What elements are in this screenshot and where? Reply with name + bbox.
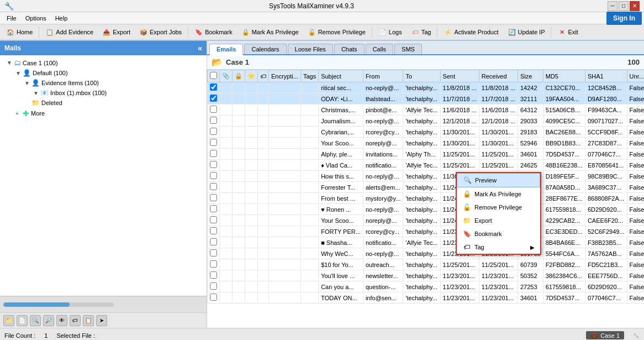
col-star[interactable]: ⭐ [245, 70, 258, 82]
row-checkbox[interactable] [210, 216, 217, 223]
add-evidence-button[interactable]: 📋 Add Evidence [41, 25, 97, 39]
col-checkbox[interactable] [208, 70, 220, 82]
row-sha1: 868808F2A... [585, 193, 627, 204]
row-checkbox[interactable] [210, 117, 217, 124]
tab-emails[interactable]: Emails [209, 44, 243, 55]
menu-options[interactable]: Options [21, 14, 51, 23]
col-unread[interactable]: Unr... [627, 70, 644, 82]
col-sent[interactable]: Sent [440, 70, 479, 82]
expand-default-icon: ▼ [15, 70, 21, 76]
tab-calls[interactable]: Calls [366, 44, 393, 54]
row-checkbox[interactable] [210, 294, 217, 301]
export-jobs-button[interactable]: 📦 Export Jobs [135, 25, 186, 39]
remove-privilege-button[interactable]: 🔓 Remove Privilege [304, 25, 369, 39]
table-row: ♦ Vlad Ca...notificatio...'Alfyie Tec...… [208, 160, 645, 171]
row-checkbox[interactable] [210, 260, 217, 268]
row-checkbox[interactable] [210, 194, 217, 201]
col-to[interactable]: To [403, 70, 440, 82]
row-checkbox[interactable] [210, 83, 217, 91]
col-sha1[interactable]: SHA1 [585, 70, 627, 82]
exit-button[interactable]: ✕ Exit [553, 25, 582, 39]
row-tags [300, 182, 318, 193]
row-from: notificatio... [363, 237, 403, 248]
row-sent: 11/30/201... [440, 127, 479, 138]
row-checkbox[interactable] [210, 227, 217, 234]
row-from: pinbot@e... [363, 104, 403, 116]
maximize-button[interactable]: □ [619, 1, 629, 11]
collapse-panel-button[interactable]: « [198, 44, 202, 53]
toolbar: 🏠 Home 📋 Add Evidence 📤 Export 📦 Export … [0, 24, 644, 41]
tag-button[interactable]: 🏷 Tag [407, 25, 435, 39]
col-size[interactable]: Size [518, 70, 543, 82]
tree-item-evidence[interactable]: ▼ 👤 Evidence Items (100) [2, 78, 204, 88]
row-checkbox[interactable] [210, 139, 217, 146]
search2-btn[interactable]: 🔎 [43, 315, 54, 326]
ctx-mark-privilege[interactable]: 🔒 Mark As Privilege [457, 187, 540, 201]
col-tag[interactable]: 🏷 [258, 70, 269, 82]
row-checkbox[interactable] [210, 271, 217, 279]
arrow-btn[interactable]: ➤ [96, 315, 107, 326]
row-checkbox[interactable] [210, 238, 217, 245]
tree-item-case1[interactable]: ▼ 🗂 Case 1 (100) [2, 57, 204, 68]
row-checkbox[interactable] [210, 161, 217, 168]
inbox-label: Inbox (1).mbox (100) [50, 90, 107, 96]
row-checkbox[interactable] [210, 106, 217, 113]
col-from[interactable]: From [363, 70, 403, 82]
select-all-checkbox[interactable] [210, 72, 217, 79]
row-attach [220, 281, 233, 292]
col-received[interactable]: Received [479, 70, 518, 82]
export-button[interactable]: 📤 Export [98, 25, 134, 39]
row-checkbox[interactable] [210, 172, 217, 179]
tree-item-deleted[interactable]: 📁 Deleted [2, 98, 204, 108]
row-lock [233, 149, 245, 160]
row-checkbox[interactable] [210, 249, 217, 257]
tab-sms[interactable]: SMS [394, 44, 422, 54]
bookmark-button[interactable]: 🔖 Bookmark [191, 25, 236, 39]
row-checkbox[interactable] [210, 95, 217, 102]
update-ip-icon: 🔄 [508, 28, 516, 36]
col-tags[interactable]: Tags [300, 70, 318, 82]
ctx-bookmark[interactable]: 🔖 Bookmark [457, 227, 540, 240]
mark-privilege-button[interactable]: 🔒 Mark As Privilege [237, 25, 303, 39]
col-encryption[interactable]: Encrypti... [269, 70, 301, 82]
row-checkbox[interactable] [210, 150, 217, 157]
row-lock [233, 116, 245, 127]
minimize-button[interactable]: ─ [608, 1, 617, 11]
document-btn[interactable]: 📄 [17, 315, 28, 326]
ctx-preview[interactable]: 🔍 Preview [457, 173, 540, 187]
close-button[interactable]: ✕ [630, 1, 640, 11]
ctx-tag[interactable]: 🏷 Tag ▶ [457, 240, 540, 254]
col-md5[interactable]: MD5 [543, 70, 585, 82]
folder-btn[interactable]: 📁 [3, 315, 14, 326]
col-attach[interactable]: 📎 [220, 70, 233, 82]
search-btn[interactable]: 🔍 [30, 315, 41, 326]
row-tags [300, 93, 318, 104]
tab-chats[interactable]: Chats [334, 44, 365, 54]
copy-btn[interactable]: 📋 [83, 315, 94, 326]
menu-help[interactable]: Help [51, 14, 72, 23]
eye-btn[interactable]: 👁 [56, 315, 67, 326]
activate-button[interactable]: ⚡ Activate Product [440, 25, 502, 39]
ctx-remove-privilege[interactable]: 🔓 Remove Privilege [457, 201, 540, 214]
tree-item-more[interactable]: + ✚ More [2, 108, 204, 119]
tab-calendars[interactable]: Calendars [244, 44, 286, 54]
row-checkbox[interactable] [210, 183, 217, 190]
row-encryption [269, 226, 301, 237]
update-ip-button[interactable]: 🔄 Update IP [504, 25, 549, 39]
row-size: 32111 [518, 93, 543, 104]
logs-button[interactable]: 📄 Logs [374, 25, 406, 39]
sign-in-button[interactable]: Sign In [606, 12, 642, 25]
row-checkbox[interactable] [210, 283, 217, 290]
tree-item-inbox[interactable]: ▼ 📧 Inbox (1).mbox (100) [2, 88, 204, 98]
tag-sm-btn[interactable]: 🏷 [70, 315, 81, 326]
tree-item-default[interactable]: ▼ 👤 Default (100) [2, 68, 204, 78]
window-controls[interactable]: ─ □ ✕ [608, 1, 640, 11]
row-checkbox[interactable] [210, 128, 217, 135]
col-lock[interactable]: 🔒 [233, 70, 245, 82]
ctx-export[interactable]: 📁 Export [457, 214, 540, 227]
tab-loose-files[interactable]: Loose Files [288, 44, 333, 54]
home-button[interactable]: 🏠 Home [2, 25, 36, 39]
menu-file[interactable]: File [2, 14, 21, 23]
col-subject[interactable]: Subject [319, 70, 363, 82]
row-checkbox[interactable] [210, 205, 217, 212]
